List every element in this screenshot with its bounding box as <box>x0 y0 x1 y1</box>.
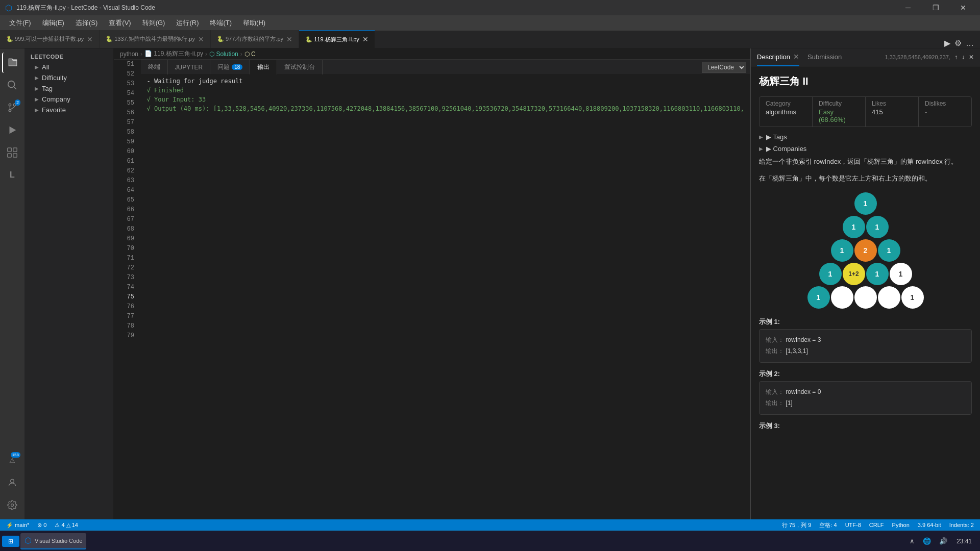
taskbar-network-icon[interactable]: 🌐 <box>920 536 934 546</box>
tab-3[interactable]: 🐍 119.杨辉三角-ii.py ✕ <box>299 30 375 48</box>
close-search-icon[interactable]: ✕ <box>969 54 974 61</box>
tab-problems[interactable]: 问题 18 <box>210 60 250 74</box>
sidebar-item-tag[interactable]: ▶ Tag <box>24 83 113 94</box>
account-activity-icon[interactable] <box>2 472 22 493</box>
triangle-row-2: 1 1 <box>843 216 889 238</box>
example-1-label: 示例 1: <box>759 317 972 328</box>
taskbar-volume-icon[interactable]: 🔊 <box>936 536 950 546</box>
editor-wrapper: 51 52 53 54 55 56 57 58 59 60 61 62 63 6… <box>114 60 750 519</box>
explorer-icon[interactable] <box>2 53 22 73</box>
search-text: 1,33,528,5456,40920,237, <box>885 54 950 60</box>
menu-view[interactable]: 查看(V) <box>104 16 136 30</box>
tab-2-close[interactable]: ✕ <box>286 35 292 43</box>
settings-activity-icon[interactable] <box>2 495 22 515</box>
tab-0-label: 🐍 999.可以一步捕获棋子数.py <box>6 35 84 43</box>
source-control-activity-icon[interactable]: 2 <box>2 97 22 118</box>
companies-toggle[interactable]: ▶ ▶ Companies <box>759 145 972 153</box>
menu-run[interactable]: 运行(R) <box>171 16 204 30</box>
desc-tab-description-label: Description <box>757 53 790 61</box>
breadcrumb-class[interactable]: ⬡ Solution <box>209 51 238 58</box>
breadcrumb-method[interactable]: ⬡ C <box>244 51 256 58</box>
menu-goto[interactable]: 转到(G) <box>137 16 170 30</box>
status-encoding[interactable]: UTF-8 <box>843 522 863 528</box>
taskbar-vscode[interactable]: ⬡ Visual Studio Code <box>20 533 86 549</box>
start-button[interactable]: ⊞ <box>2 536 19 547</box>
warning-activity-icon[interactable]: ⚠ 158 <box>2 450 22 470</box>
extensions-activity-icon[interactable] <box>2 142 22 163</box>
sidebar-item-company-label: Company <box>42 95 70 103</box>
search-activity-icon[interactable] <box>2 75 22 95</box>
more-icon[interactable]: … <box>966 39 974 48</box>
code-editor[interactable]: 51 52 53 54 55 56 57 58 59 60 61 62 63 6… <box>114 60 141 519</box>
run-button[interactable]: ▶ <box>944 38 950 48</box>
menu-terminal[interactable]: 终端(T) <box>205 16 237 30</box>
close-button[interactable]: ✕ <box>951 0 975 15</box>
sidebar-item-favorite-label: Favorite <box>42 106 66 114</box>
sidebar-item-favorite[interactable]: ▶ Favorite <box>24 105 113 115</box>
description-content[interactable]: 杨辉三角 II Category algorithms Difficulty E… <box>751 66 980 519</box>
hex-4-3: 1 <box>866 263 889 285</box>
leetcode-activity-icon[interactable]: L <box>2 165 22 185</box>
description-header: Description ✕ Submission 1,33,528,5456,4… <box>751 48 980 66</box>
tab-1[interactable]: 🐍 1337.矩阵中战斗力最弱的k行.py ✕ <box>100 30 211 48</box>
desc-tab-submission[interactable]: Submission <box>807 48 842 66</box>
tags-toggle[interactable]: ▶ ▶ Tags <box>759 133 972 141</box>
minimize-button[interactable]: ─ <box>896 0 920 15</box>
sidebar-item-difficulty[interactable]: ▶ Difficulty <box>24 72 113 83</box>
problem-meta: Category algorithms Difficulty Easy (68.… <box>759 96 972 127</box>
menu-edit[interactable]: 编辑(E) <box>37 16 69 30</box>
sidebar-item-company[interactable]: ▶ Company <box>24 94 113 105</box>
tab-output[interactable]: 输出 <box>250 60 277 74</box>
meta-likes: Likes 415 <box>866 97 919 127</box>
tab-2[interactable]: 🐍 977.有序数组的平方.py ✕ <box>211 30 299 48</box>
tab-1-close[interactable]: ✕ <box>198 35 204 43</box>
sidebar-item-all[interactable]: ▶ All <box>24 62 113 72</box>
code-content[interactable]: # # # # # 进阶： # # 你可以优化你的算法到 O(rowIndex)… <box>139 60 141 519</box>
menu-help[interactable]: 帮助(H) <box>238 16 271 30</box>
hex-4-1: 1 <box>819 263 842 285</box>
companies-label: ▶ Companies <box>766 145 806 153</box>
output-selector[interactable]: LeetCode <box>702 62 746 73</box>
meta-category-label: Category <box>766 100 806 107</box>
tab-jupyter[interactable]: JUPYTER <box>168 60 211 74</box>
desc-tab-description[interactable]: Description ✕ <box>757 48 799 66</box>
code-editor-area[interactable]: 51 52 53 54 55 56 57 58 59 60 61 62 63 6… <box>114 60 141 519</box>
status-branch[interactable]: ⚡ main* <box>4 522 31 529</box>
breadcrumb-python[interactable]: python <box>120 51 138 58</box>
taskbar-clock[interactable]: 23:41 <box>952 538 976 545</box>
triangle-row-4: 1 1+2 1 1 <box>819 263 912 285</box>
run-activity-icon[interactable] <box>2 120 22 140</box>
restore-button[interactable]: ❐ <box>924 0 947 15</box>
status-spaces[interactable]: 空格: 4 <box>817 521 839 529</box>
status-position[interactable]: 行 75，列 9 <box>780 521 813 529</box>
taskbar-up-arrow[interactable]: ∧ <box>906 536 918 546</box>
status-warnings[interactable]: ⚠ 4 △ 14 <box>53 522 80 529</box>
menu-select[interactable]: 选择(S) <box>70 16 103 30</box>
meta-difficulty-label: Difficulty <box>819 100 859 107</box>
debug-icon[interactable]: ⚙ <box>954 38 962 48</box>
sidebar-header: LeetCode <box>24 48 113 62</box>
down-arrow-icon[interactable]: ↓ <box>962 54 965 61</box>
tab-debug-console[interactable]: 置试控制台 <box>277 60 323 74</box>
title-bar-controls: ─ ❐ ✕ <box>896 0 975 15</box>
breadcrumb-file[interactable]: 📄 119.杨辉三角-ii.py <box>144 49 203 58</box>
tab-0-close[interactable]: ✕ <box>87 35 93 43</box>
status-line-ending[interactable]: CRLF <box>867 522 886 528</box>
example-1-box: 输入： rowIndex = 3 输出： [1,3,3,1] <box>759 329 972 362</box>
status-errors[interactable]: ⊗ 0 <box>35 522 48 529</box>
hex-2-2: 1 <box>866 216 889 238</box>
menu-file[interactable]: 文件(F) <box>4 16 36 30</box>
status-arch[interactable]: 3.9 64-bit <box>916 522 943 528</box>
tab-0[interactable]: 🐍 999.可以一步捕获棋子数.py ✕ <box>0 30 100 48</box>
sidebar-item-all-arrow: ▶ <box>35 64 39 70</box>
tab-3-close[interactable]: ✕ <box>362 35 369 43</box>
status-bar: ⚡ main* ⊗ 0 ⚠ 4 △ 14 行 75，列 9 空格: 4 UTF-… <box>0 519 980 531</box>
desc-tab-description-close[interactable]: ✕ <box>793 53 799 61</box>
hex-3-1: 1 <box>831 239 853 262</box>
meta-difficulty-value: Easy (68.66%) <box>819 108 859 123</box>
triangle-row-5: 1 1 <box>807 286 924 309</box>
status-indents[interactable]: Indents: 2 <box>947 522 976 528</box>
tab-terminal[interactable]: 终端 <box>141 60 168 74</box>
up-arrow-icon[interactable]: ↑ <box>954 54 958 61</box>
status-language[interactable]: Python <box>890 522 912 528</box>
